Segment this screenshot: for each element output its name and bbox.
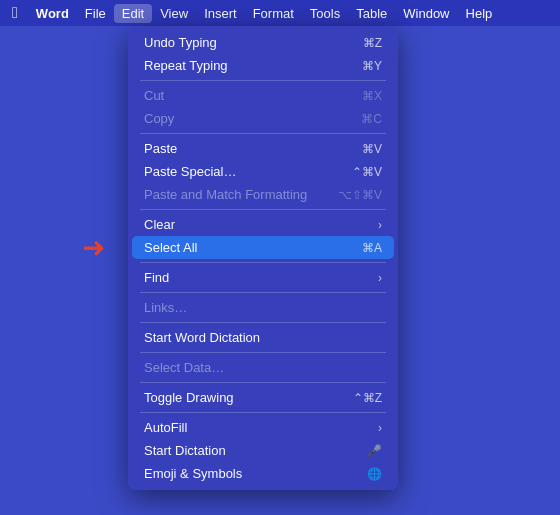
menu-item-paste-special[interactable]: Paste Special… ⌃⌘V	[128, 160, 398, 183]
separator-9	[140, 412, 386, 413]
menu-tools[interactable]: Tools	[302, 4, 348, 23]
separator-2	[140, 133, 386, 134]
menu-view[interactable]: View	[152, 4, 196, 23]
apple-menu[interactable]: 	[8, 4, 28, 22]
menu-table[interactable]: Table	[348, 4, 395, 23]
separator-7	[140, 352, 386, 353]
arrow-indicator: ➜	[82, 234, 105, 262]
menu-edit[interactable]: Edit	[114, 4, 152, 23]
find-chevron: ›	[378, 271, 382, 285]
menu-file[interactable]: File	[77, 4, 114, 23]
menu-item-clear[interactable]: Clear ›	[128, 213, 398, 236]
menu-item-repeat[interactable]: Repeat Typing ⌘Y	[128, 54, 398, 77]
menu-item-undo[interactable]: Undo Typing ⌘Z	[128, 31, 398, 54]
separator-8	[140, 382, 386, 383]
separator-1	[140, 80, 386, 81]
menu-item-paste-match[interactable]: Paste and Match Formatting ⌥⇧⌘V	[128, 183, 398, 206]
separator-3	[140, 209, 386, 210]
menu-insert[interactable]: Insert	[196, 4, 245, 23]
menu-item-select-data[interactable]: Select Data…	[128, 356, 398, 379]
separator-5	[140, 292, 386, 293]
autofill-chevron: ›	[378, 421, 382, 435]
menu-help[interactable]: Help	[458, 4, 501, 23]
menu-word[interactable]: Word	[28, 4, 77, 23]
menu-format[interactable]: Format	[245, 4, 302, 23]
menu-item-paste[interactable]: Paste ⌘V	[128, 137, 398, 160]
separator-4	[140, 262, 386, 263]
menu-item-autofill[interactable]: AutoFill ›	[128, 416, 398, 439]
menu-item-cut[interactable]: Cut ⌘X	[128, 84, 398, 107]
menu-item-copy[interactable]: Copy ⌘C	[128, 107, 398, 130]
clear-chevron: ›	[378, 218, 382, 232]
menu-item-toggle-drawing[interactable]: Toggle Drawing ⌃⌘Z	[128, 386, 398, 409]
menu-item-word-dictation[interactable]: Start Word Dictation	[128, 326, 398, 349]
menu-item-find[interactable]: Find ›	[128, 266, 398, 289]
separator-6	[140, 322, 386, 323]
menu-item-select-all[interactable]: Select All ⌘A	[132, 236, 394, 259]
menu-item-emoji[interactable]: Emoji & Symbols 🌐	[128, 462, 398, 485]
menu-bar:  Word File Edit View Insert Format Tool…	[0, 0, 560, 26]
menu-item-start-dictation[interactable]: Start Dictation 🎤	[128, 439, 398, 462]
edit-menu-dropdown: Undo Typing ⌘Z Repeat Typing ⌘Y Cut ⌘X C…	[128, 26, 398, 490]
menu-window[interactable]: Window	[395, 4, 457, 23]
menu-item-links[interactable]: Links…	[128, 296, 398, 319]
